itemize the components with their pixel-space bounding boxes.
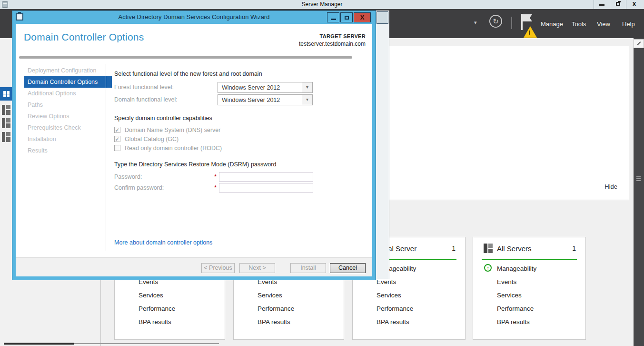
wizard-footer: < Previous Next > Install Cancel: [16, 257, 372, 276]
target-server-label: TARGET SERVER: [299, 33, 366, 39]
card-title[interactable]: All Servers: [497, 244, 532, 253]
sidebar-item-dashboard[interactable]: [0, 87, 13, 101]
sidebar-item-icon[interactable]: [2, 132, 11, 142]
confirm-password-label: Confirm password:: [114, 184, 164, 191]
card-count: 1: [572, 244, 576, 252]
card-row-bpa[interactable]: BPA results: [258, 318, 290, 326]
splitter-grip[interactable]: [636, 175, 641, 182]
collapse-icon[interactable]: [634, 39, 644, 48]
card-row-services[interactable]: Services: [139, 292, 163, 299]
card-row-bpa[interactable]: BPA results: [139, 318, 171, 326]
cancel-button[interactable]: Cancel: [330, 263, 366, 273]
rodc-checkbox-label: Read only domain controller (RODC): [125, 145, 222, 152]
wizard-nav-paths[interactable]: Paths: [24, 99, 112, 111]
chevron-down-icon[interactable]: ▾: [302, 82, 312, 92]
card-row-events[interactable]: Events: [376, 278, 396, 285]
wizard-nav-results[interactable]: Results: [24, 145, 112, 156]
window-behind-edge: [375, 10, 389, 279]
select-value: Windows Server 2012: [222, 97, 280, 103]
window-bottom-edge: [4, 343, 74, 345]
window-title: Server Manager: [0, 1, 644, 8]
card-row-performance[interactable]: Performance: [258, 305, 294, 312]
wizard-nav-review-options[interactable]: Review Options: [24, 111, 112, 122]
right-collapse-strip: [634, 38, 644, 346]
forest-functional-level-select[interactable]: Windows Server 2012 ▾: [218, 82, 313, 93]
maximize-icon[interactable]: [340, 12, 353, 22]
adds-config-wizard-window: Active Directory Domain Services Configu…: [12, 10, 376, 280]
wizard-window-controls: X: [326, 12, 371, 22]
chevron-down-icon[interactable]: ▾: [302, 95, 312, 105]
menu-tools[interactable]: Tools: [572, 20, 586, 28]
header-separator: [19, 56, 352, 59]
card-row-services[interactable]: Services: [497, 292, 522, 299]
card-row-services[interactable]: Services: [258, 292, 282, 299]
required-marker: *: [214, 173, 217, 180]
wizard-nav-additional-options[interactable]: Additional Options: [24, 88, 112, 99]
wizard-nav-prerequisites-check[interactable]: Prerequisites Check: [24, 122, 112, 133]
menu-help[interactable]: Help: [622, 20, 635, 28]
server-stack-icon: [484, 244, 493, 253]
card-accent-line: [482, 259, 577, 260]
screen: Server Manager X ▾ ↻ ! Manage Tools View…: [0, 0, 644, 346]
dns-checkbox-label: Domain Name System (DNS) server: [125, 127, 220, 133]
warning-icon[interactable]: !: [524, 26, 537, 38]
wizard-title: Active Directory Domain Services Configu…: [12, 13, 376, 20]
close-icon[interactable]: X: [626, 0, 642, 9]
gc-checkbox[interactable]: ✓: [114, 136, 120, 142]
card-row-performance[interactable]: Performance: [139, 305, 175, 312]
dns-checkbox[interactable]: ✓: [114, 127, 120, 133]
next-button[interactable]: Next >: [239, 263, 275, 273]
domain-functional-level-select[interactable]: Windows Server 2012 ▾: [218, 94, 313, 105]
confirm-password-field[interactable]: [219, 183, 313, 193]
password-field[interactable]: [219, 172, 313, 182]
section-functional-level: Select functional level of the new fores…: [114, 71, 262, 77]
menu-manage[interactable]: Manage: [541, 20, 563, 28]
card-row-bpa[interactable]: BPA results: [376, 318, 409, 326]
target-server-block: TARGET SERVER testserver.testdomain.com: [299, 33, 366, 47]
required-marker: *: [214, 184, 217, 191]
card-row-manageability[interactable]: Manageability: [497, 265, 536, 272]
card-row-services[interactable]: Services: [376, 292, 401, 299]
password-label: Password:: [114, 173, 142, 180]
dashboard-card-all-servers: All Servers 1 ↑ Manageability Events Ser…: [473, 237, 586, 340]
sidebar-item-icon[interactable]: [2, 105, 11, 115]
hide-button[interactable]: Hide: [602, 182, 620, 191]
wizard-titlebar[interactable]: Active Directory Domain Services Configu…: [12, 10, 376, 24]
card-row-performance[interactable]: Performance: [376, 305, 413, 312]
chevron-down-icon[interactable]: ▾: [474, 20, 477, 26]
card-row-bpa[interactable]: BPA results: [497, 318, 530, 326]
server-manager-titlebar: Server Manager X: [0, 0, 644, 9]
nav-divider: [106, 64, 106, 251]
forest-functional-level-label: Forest functional level:: [114, 84, 174, 91]
minimize-icon[interactable]: [594, 0, 610, 9]
select-value: Windows Server 2012: [222, 84, 280, 91]
gc-checkbox-label: Global Catalog (GC): [125, 136, 178, 142]
section-dsrm-password: Type the Directory Services Restore Mode…: [114, 161, 276, 168]
install-button[interactable]: Install: [290, 263, 326, 273]
card-row-performance[interactable]: Performance: [497, 305, 534, 312]
previous-button[interactable]: < Previous: [201, 263, 235, 273]
window-behind-button: [376, 11, 388, 24]
window-bottom-edge: [74, 343, 219, 344]
minimize-icon[interactable]: [327, 12, 339, 22]
page-title: Domain Controller Options: [24, 31, 144, 43]
wizard-nav-installation[interactable]: Installation: [24, 133, 112, 145]
card-row-events[interactable]: Events: [497, 278, 516, 285]
more-about-link[interactable]: More about domain controller options: [114, 239, 212, 246]
restore-icon[interactable]: [610, 0, 626, 9]
target-server-value: testserver.testdomain.com: [299, 41, 366, 47]
domain-functional-level-label: Domain functional level:: [114, 96, 178, 103]
section-capabilities: Specify domain controller capabilities: [114, 115, 212, 122]
dashboard-grid-icon: [3, 91, 10, 97]
sidebar-item-icon[interactable]: [2, 118, 11, 128]
wizard-nav-domain-controller-options[interactable]: Domain Controller Options: [24, 76, 112, 88]
menu-divider: [511, 17, 512, 29]
close-icon[interactable]: X: [354, 12, 371, 22]
wizard-content: Domain Controller Options TARGET SERVER …: [16, 24, 372, 257]
menu-view[interactable]: View: [597, 20, 610, 28]
up-arrow-icon: ↑: [484, 264, 492, 272]
refresh-icon[interactable]: ↻: [489, 15, 502, 28]
rodc-checkbox[interactable]: [114, 145, 120, 151]
window-controls: X: [594, 0, 642, 9]
wizard-nav-deployment-configuration[interactable]: Deployment Configuration: [24, 65, 112, 76]
